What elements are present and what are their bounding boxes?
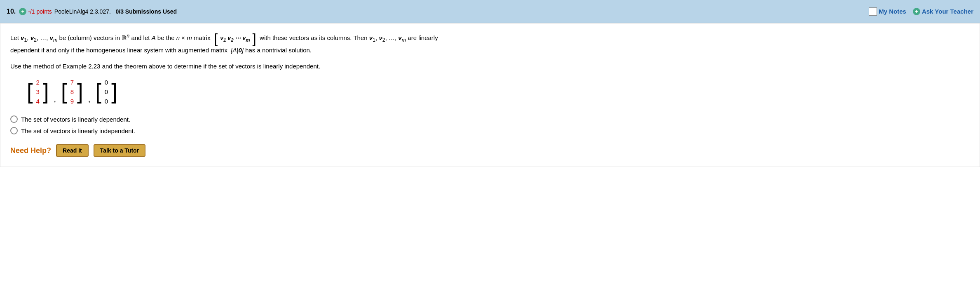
bracket-right-2: ] <box>77 76 83 107</box>
page-wrapper: 10. + -/1 points PooleLinAlg4 2.3.027. 0… <box>0 0 980 301</box>
bracket-right-3: ] <box>111 76 117 107</box>
comma-1: , <box>54 94 56 107</box>
answer-options: The set of vectors is linearly dependent… <box>10 115 970 134</box>
ask-teacher-button[interactable]: + Ask Your Teacher <box>913 8 973 15</box>
v1-entry-2: 3 <box>36 87 40 96</box>
radio-independent[interactable] <box>10 127 18 134</box>
question-number: 10. <box>7 8 16 15</box>
need-help-section: Need Help? Read It Talk to a Tutor <box>10 144 970 157</box>
v3-entry-2: 0 <box>105 87 108 96</box>
radio-dependent[interactable] <box>10 115 18 123</box>
my-notes-button[interactable]: My Notes <box>869 7 906 16</box>
read-it-button[interactable]: Read It <box>56 144 89 157</box>
bracket-left-2: [ <box>61 76 67 107</box>
use-method-text: Use the method of Example 2.23 and the t… <box>10 63 970 70</box>
vector-3: [ 0 0 0 ] <box>95 76 117 107</box>
v3-entry-1: 0 <box>105 78 108 87</box>
vector-1: [ 2 3 4 ] <box>27 76 49 107</box>
content-area: Let v1, v2, …, vm be (column) vectors in… <box>0 23 980 167</box>
option-independent[interactable]: The set of vectors is linearly independe… <box>10 127 970 134</box>
theorem-paragraph: Let v1, v2, …, vm be (column) vectors in… <box>10 32 970 55</box>
vector-1-column: 2 3 4 <box>34 76 42 107</box>
v3-entry-3: 0 <box>105 97 108 106</box>
notes-icon <box>869 7 877 16</box>
vectors-display: [ 2 3 4 ] , [ 7 8 9 ] , <box>27 76 970 107</box>
option-independent-text: The set of vectors is linearly independe… <box>21 127 135 134</box>
header-right: My Notes + Ask Your Teacher <box>869 7 973 16</box>
assignment-text: PooleLinAlg4 2.3.027. 0/3 Submissions Us… <box>54 8 869 15</box>
vector-3-column: 0 0 0 <box>102 76 110 107</box>
add-points-icon[interactable]: + <box>19 8 26 15</box>
v1-entry-3: 4 <box>36 97 40 106</box>
talk-tutor-button[interactable]: Talk to a Tutor <box>94 144 145 157</box>
bracket-right-1: ] <box>43 76 49 107</box>
option-dependent-text: The set of vectors is linearly dependent… <box>21 116 130 123</box>
bracket-left-1: [ <box>27 76 33 107</box>
vector-2-column: 7 8 9 <box>68 76 76 107</box>
v2-entry-3: 9 <box>70 97 74 106</box>
bracket-left-3: [ <box>95 76 101 107</box>
header-bar: 10. + -/1 points PooleLinAlg4 2.3.027. 0… <box>0 0 980 23</box>
v2-entry-1: 7 <box>70 78 74 87</box>
points-label: -/1 points <box>28 8 52 15</box>
v1-entry-1: 2 <box>36 78 40 87</box>
v2-entry-2: 8 <box>70 87 74 96</box>
comma-2: , <box>88 94 91 107</box>
vector-2: [ 7 8 9 ] <box>61 76 83 107</box>
option-dependent[interactable]: The set of vectors is linearly dependent… <box>10 115 970 123</box>
ask-teacher-icon: + <box>913 8 920 15</box>
matrix-notation: [ v1 v2 ⋯ vm ] <box>214 32 256 45</box>
need-help-label: Need Help? <box>10 146 51 155</box>
